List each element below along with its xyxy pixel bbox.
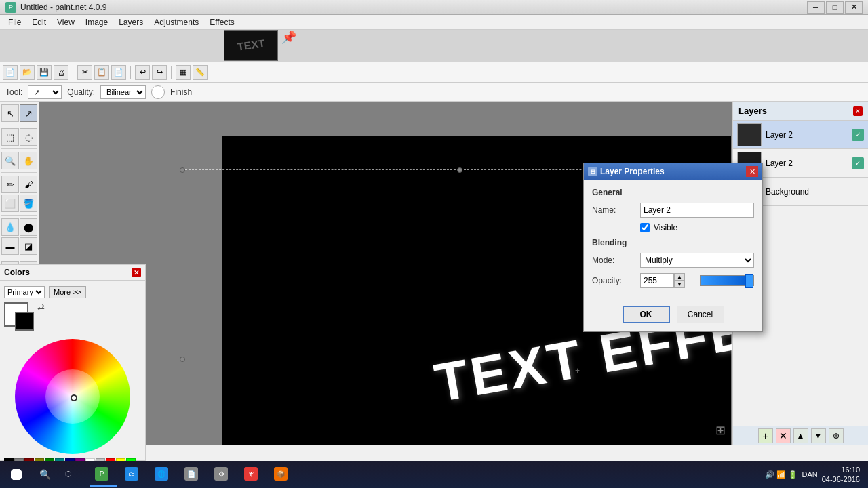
layers-down-btn[interactable]: ▼ <box>811 428 826 443</box>
menu-image[interactable]: Image <box>80 16 113 28</box>
colors-panel: Colors ✕ Primary More >> ⇄ <box>0 264 146 461</box>
name-input[interactable] <box>640 203 754 218</box>
secondary-swatch[interactable] <box>15 312 34 331</box>
layers-merge-btn[interactable]: ⊕ <box>829 428 844 443</box>
color-mode-select[interactable]: Primary <box>4 286 45 298</box>
name-row: Name: <box>592 203 754 218</box>
canvas-thumbnail: TEXT <box>224 30 278 61</box>
visible-checkbox[interactable] <box>640 223 650 232</box>
opacity-increment[interactable]: ▲ <box>674 273 685 281</box>
layer-visible-icon-second: ✓ <box>852 157 864 169</box>
new-button[interactable]: 📄 <box>3 65 18 80</box>
tool-sep-1 <box>1 125 37 125</box>
layer-item-2-top[interactable]: Layer 2 ✓ <box>733 121 868 149</box>
dialog-close-button[interactable]: ✕ <box>746 166 758 177</box>
copy-button[interactable]: 📋 <box>94 65 109 80</box>
layers-close-button[interactable]: ✕ <box>853 106 863 116</box>
opacity-spinner-wrap: ▲ ▼ <box>640 273 693 288</box>
layers-title: Layers <box>738 106 767 116</box>
taskbar-ftp[interactable]: 🗡 <box>239 462 266 487</box>
tool-zoom[interactable]: 🔍 <box>1 152 19 169</box>
quality-select[interactable]: Bilinear <box>100 85 146 99</box>
redo-button[interactable]: ↪ <box>152 65 167 80</box>
save-button[interactable]: 💾 <box>37 65 52 80</box>
handle-topleft[interactable] <box>180 167 185 173</box>
tool-select[interactable]: ↗ <box>28 85 62 99</box>
opacity-slider[interactable] <box>700 275 754 286</box>
menu-effects[interactable]: Effects <box>204 16 239 28</box>
tool-pan[interactable]: ✋ <box>20 152 37 169</box>
opacity-row: Opacity: ▲ ▼ <box>592 273 754 288</box>
name-label: Name: <box>592 205 636 215</box>
win-clock: 16:10 04-06-2016 <box>822 465 860 485</box>
layers-toolbar: + ✕ ▲ ▼ ⊕ <box>733 426 868 445</box>
taskbar-paintnet[interactable]: P <box>90 462 117 487</box>
task-view-button[interactable]: ⬡ <box>60 462 87 487</box>
handle-left[interactable] <box>180 357 185 362</box>
antialiasing-toggle[interactable] <box>151 85 165 99</box>
tool-sep-3 <box>1 172 37 173</box>
cursor-indicator: + <box>575 366 580 375</box>
taskbar-notepad[interactable]: 📄 <box>179 462 206 487</box>
menu-edit[interactable]: Edit <box>26 16 52 28</box>
minimize-button[interactable]: ─ <box>807 1 825 14</box>
swap-colors-button[interactable]: ⇄ <box>37 302 45 312</box>
taskbar-settings[interactable]: ⚙ <box>209 462 236 487</box>
colors-header: Colors ✕ <box>0 265 145 281</box>
tool-fill[interactable]: 🪣 <box>20 195 37 212</box>
tool-group-text: 💧 ⬤ <box>1 218 37 236</box>
layers-up-btn[interactable]: ▲ <box>793 428 808 443</box>
tool-gradient[interactable]: ◪ <box>20 237 37 255</box>
dialog-body: General Name: Visible Blending Mode: Mul… <box>584 180 762 302</box>
toolbar: 📄 📂 💾 🖨 ✂ 📋 📄 ↩ ↪ ▦ 📏 <box>0 62 868 83</box>
start-button[interactable] <box>3 462 30 487</box>
menu-adjustments[interactable]: Adjustments <box>149 16 204 28</box>
cut-button[interactable]: ✂ <box>77 65 92 80</box>
finish-label: Finish <box>170 87 192 97</box>
tool-pencil[interactable]: ✏ <box>1 176 19 193</box>
taskbar-browser[interactable]: 🌐 <box>149 462 176 487</box>
dialog-icon: ⊞ <box>588 167 597 176</box>
paste-button[interactable]: 📄 <box>111 65 126 80</box>
undo-button[interactable]: ↩ <box>135 65 150 80</box>
systray-icons: 🔊 📶 🔋 <box>765 470 797 479</box>
grid-button[interactable]: ▦ <box>176 65 191 80</box>
tool-erase[interactable]: ⬜ <box>1 195 19 212</box>
print-button[interactable]: 🖨 <box>54 65 68 80</box>
ruler-button[interactable]: 📏 <box>193 65 208 80</box>
tool-clone[interactable]: ⬤ <box>20 218 37 236</box>
menu-layers[interactable]: Layers <box>113 16 149 28</box>
opacity-decrement[interactable]: ▼ <box>674 281 685 288</box>
maximize-button[interactable]: □ <box>826 1 844 14</box>
close-button[interactable]: ✕ <box>845 1 863 14</box>
tool-recolor[interactable]: ▬ <box>1 237 19 255</box>
taskbar-explorer[interactable]: 🗂 <box>119 462 146 487</box>
tool-arrow[interactable]: ↖ <box>1 104 19 122</box>
layers-delete-btn[interactable]: ✕ <box>776 428 791 443</box>
blend-mode-select[interactable]: Multiply Normal Screen Overlay <box>640 253 754 268</box>
menu-file[interactable]: File <box>3 16 26 28</box>
tool-lasso[interactable]: ⬚ <box>1 128 19 146</box>
extra-task-icon: 📦 <box>274 467 288 481</box>
more-colors-button[interactable]: More >> <box>49 286 86 298</box>
menu-view[interactable]: View <box>52 16 80 28</box>
tool-color-pick[interactable]: 💧 <box>1 218 19 236</box>
search-button[interactable]: 🔍 <box>33 462 57 487</box>
tool-move[interactable]: ↗ <box>20 104 37 122</box>
layer-visible-icon-top: ✓ <box>852 129 864 141</box>
layer-properties-dialog[interactable]: ⊞ Layer Properties ✕ General Name: Visib… <box>583 163 763 332</box>
explorer-task-icon: 🗂 <box>125 467 138 481</box>
colors-close-button[interactable]: ✕ <box>132 268 141 277</box>
opacity-input[interactable] <box>640 273 674 288</box>
taskbar-extra[interactable]: 📦 <box>269 462 296 487</box>
pin-icon[interactable]: 📌 <box>281 30 296 45</box>
tool-brush[interactable]: 🖌 <box>20 176 37 193</box>
ok-button[interactable]: OK <box>623 306 670 323</box>
clock-time: 16:10 <box>822 465 860 474</box>
layers-add-btn[interactable]: + <box>758 428 773 443</box>
grid-indicator: ⊞ <box>715 423 726 438</box>
color-wheel[interactable] <box>15 339 130 454</box>
tool-ellipse[interactable]: ◌ <box>20 128 37 146</box>
open-button[interactable]: 📂 <box>20 65 35 80</box>
cancel-button[interactable]: Cancel <box>677 306 724 323</box>
